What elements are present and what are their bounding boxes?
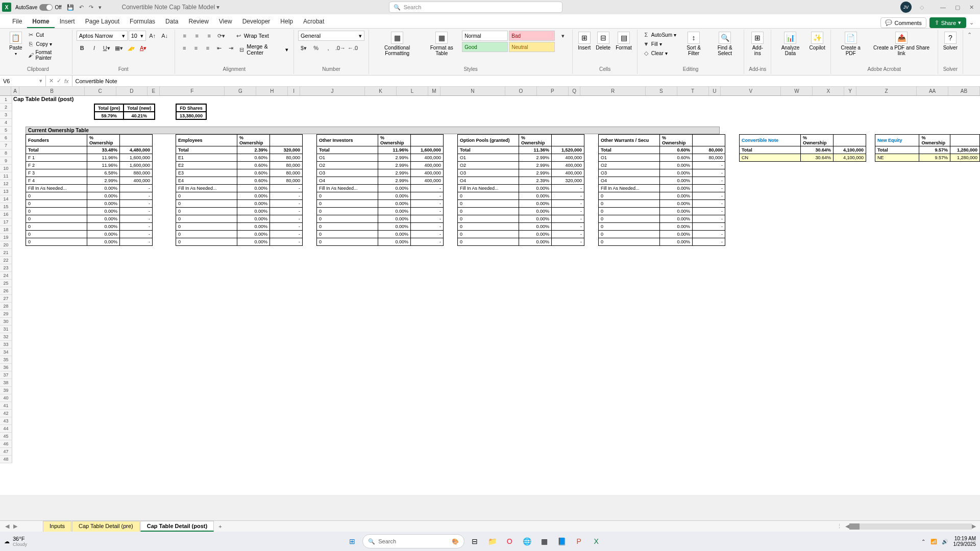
style-normal[interactable]: Normal	[462, 31, 508, 41]
row-header-21[interactable]: 21	[0, 249, 12, 257]
row-header-48[interactable]: 48	[0, 456, 12, 463]
explorer-icon[interactable]: 📁	[485, 534, 499, 548]
share-button[interactable]: ⇪ Share ▾	[929, 17, 966, 28]
col-header-C[interactable]: C	[85, 87, 116, 95]
sheet-tab-cap-table-detail-post-[interactable]: Cap Table Detail (post)	[140, 521, 214, 532]
col-header-Z[interactable]: Z	[856, 87, 917, 95]
ribbon-tab-file[interactable]: File	[7, 15, 27, 28]
ribbon-tab-page-layout[interactable]: Page Layout	[80, 15, 125, 28]
dec-decimal-button[interactable]: ←.0	[347, 43, 358, 53]
row-header-14[interactable]: 14	[0, 195, 12, 203]
col-header-B[interactable]: B	[19, 87, 84, 95]
find-select-button[interactable]: 🔍Find & Select	[710, 31, 740, 57]
wifi-icon[interactable]: 📶	[930, 539, 937, 544]
row-header-45[interactable]: 45	[0, 433, 12, 440]
formula-input[interactable]: Convertible Note	[72, 78, 980, 84]
col-header-W[interactable]: W	[781, 87, 813, 95]
maximize-icon[interactable]: ▢	[955, 4, 960, 11]
row-header-37[interactable]: 37	[0, 371, 12, 379]
opera-icon[interactable]: O	[502, 534, 517, 548]
paste-button[interactable]: 📋 Paste▾	[8, 31, 23, 57]
style-neutral[interactable]: Neutral	[509, 42, 555, 52]
taskview-icon[interactable]: ⊟	[468, 534, 482, 548]
col-header-A[interactable]: A	[11, 87, 19, 95]
qat-more-icon[interactable]: ▾	[99, 4, 102, 11]
col-header-G[interactable]: G	[225, 87, 256, 95]
delete-cells-button[interactable]: ⊟Delete	[595, 31, 611, 52]
cancel-formula-icon[interactable]: ✕	[49, 78, 54, 84]
col-header-L[interactable]: L	[397, 87, 428, 95]
app-icon[interactable]: ▦	[537, 534, 551, 548]
analyze-data-button[interactable]: 📊Analyze Data	[775, 31, 805, 57]
addins-button[interactable]: ⊞Add-ins	[748, 31, 767, 57]
toggle-switch[interactable]	[39, 4, 53, 11]
row-header-34[interactable]: 34	[0, 348, 12, 356]
name-box[interactable]: V6▾	[0, 76, 46, 86]
font-name-select[interactable]: Aptos Narrow▾	[77, 31, 128, 41]
row-header-9[interactable]: 9	[0, 157, 12, 165]
align-top-button[interactable]: ≡	[179, 31, 190, 41]
font-color-button[interactable]: A▾	[138, 43, 149, 53]
select-all-corner[interactable]	[0, 87, 11, 95]
align-middle-button[interactable]: ≡	[191, 31, 203, 41]
row-header-38[interactable]: 38	[0, 379, 12, 387]
row-header-22[interactable]: 22	[0, 257, 12, 264]
row-header-2[interactable]: 2	[0, 104, 12, 111]
hscroll-left-icon[interactable]: ◀	[845, 523, 849, 530]
grid-area[interactable]: ABCDEFGHIJKLMNOPQRSTUVWXYZAAAB 123456789…	[0, 87, 980, 495]
ribbon-tab-review[interactable]: Review	[183, 15, 213, 28]
col-header-T[interactable]: T	[677, 87, 709, 95]
insert-cells-button[interactable]: ⊞Insert	[577, 31, 592, 52]
row-header-7[interactable]: 7	[0, 142, 12, 149]
col-header-V[interactable]: V	[721, 87, 781, 95]
currency-button[interactable]: $▾	[298, 43, 309, 53]
row-header-35[interactable]: 35	[0, 356, 12, 364]
col-header-M[interactable]: M	[428, 87, 440, 95]
format-cells-button[interactable]: ▤Format	[615, 31, 633, 52]
row-header-43[interactable]: 43	[0, 417, 12, 425]
row-header-40[interactable]: 40	[0, 394, 12, 402]
row-header-17[interactable]: 17	[0, 218, 12, 226]
row-header-47[interactable]: 47	[0, 448, 12, 456]
excel-taskbar-icon[interactable]: X	[589, 534, 603, 548]
row-header-32[interactable]: 32	[0, 333, 12, 341]
row-header-26[interactable]: 26	[0, 287, 12, 295]
ribbon-tab-data[interactable]: Data	[160, 15, 183, 28]
bold-button[interactable]: B	[77, 43, 88, 53]
border-button[interactable]: ▦▾	[113, 43, 125, 53]
inc-decimal-button[interactable]: .0→	[335, 43, 346, 53]
font-size-select[interactable]: 10▾	[129, 31, 146, 41]
row-header-31[interactable]: 31	[0, 325, 12, 333]
hscroll-right-icon[interactable]: ▶	[972, 523, 976, 530]
autosum-button[interactable]: ΣAutoSum ▾	[642, 31, 677, 39]
format-as-table-button[interactable]: ▦Format as Table	[424, 31, 459, 57]
row-header-42[interactable]: 42	[0, 410, 12, 417]
row-header-18[interactable]: 18	[0, 226, 12, 234]
autosave-toggle[interactable]: AutoSave Off	[15, 4, 62, 11]
col-header-U[interactable]: U	[709, 87, 721, 95]
col-header-P[interactable]: P	[537, 87, 569, 95]
fx-icon[interactable]: fx	[64, 78, 69, 84]
fill-button[interactable]: ▼Fill ▾	[642, 40, 677, 48]
row-header-10[interactable]: 10	[0, 165, 12, 172]
style-good[interactable]: Good	[462, 42, 508, 52]
volume-icon[interactable]: 🔊	[942, 539, 948, 544]
sheet-tab-cap-table-detail-pre-[interactable]: Cap Table Detail (pre)	[72, 521, 140, 532]
row-header-13[interactable]: 13	[0, 188, 12, 195]
copy-button[interactable]: ⎘Copy ▾	[27, 40, 68, 48]
solver-button[interactable]: ?Solver	[942, 31, 959, 52]
row-header-19[interactable]: 19	[0, 234, 12, 241]
ribbon-tab-home[interactable]: Home	[27, 15, 54, 28]
ribbon-tab-insert[interactable]: Insert	[55, 15, 80, 28]
sheet-tab-inputs[interactable]: Inputs	[43, 521, 71, 532]
hscroll-options-icon[interactable]: ⋮	[837, 523, 842, 530]
col-header-Q[interactable]: Q	[569, 87, 581, 95]
cut-button[interactable]: ✂Cut	[27, 31, 68, 39]
row-header-41[interactable]: 41	[0, 402, 12, 410]
col-header-O[interactable]: O	[505, 87, 537, 95]
minimize-icon[interactable]: —	[940, 4, 946, 11]
row-header-1[interactable]: 1	[0, 96, 12, 104]
row-header-20[interactable]: 20	[0, 241, 12, 249]
share-pdf-button[interactable]: 📤Create a PDF and Share link	[870, 31, 934, 57]
row-header-44[interactable]: 44	[0, 425, 12, 433]
